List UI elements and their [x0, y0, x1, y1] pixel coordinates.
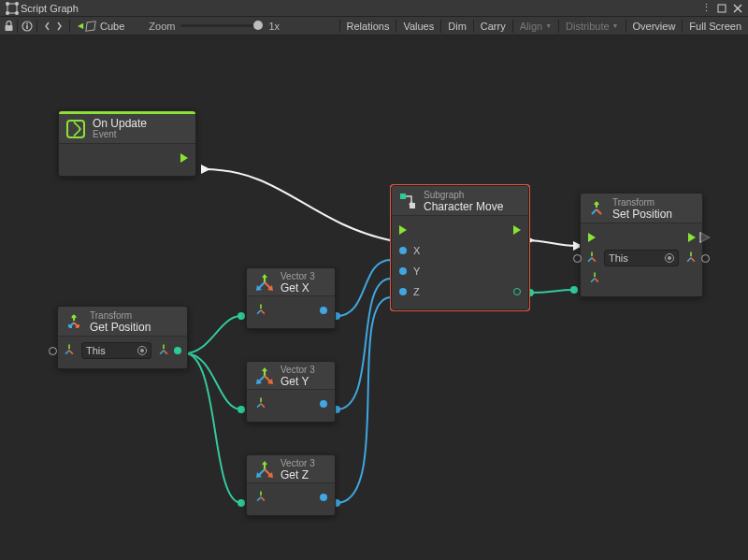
- maximize-icon[interactable]: [715, 2, 728, 15]
- svg-rect-8: [26, 25, 28, 29]
- vector3-icon: [254, 274, 275, 291]
- vector3-out-icon: [157, 343, 170, 358]
- float-out-port[interactable]: [320, 494, 327, 501]
- flow-in-port[interactable]: [399, 225, 407, 235]
- node-category: Transform: [612, 197, 672, 208]
- svg-marker-20: [262, 274, 267, 278]
- svg-rect-5: [5, 25, 12, 31]
- flow-out-port[interactable]: [688, 233, 696, 242]
- object-field-value: This: [86, 345, 106, 356]
- node-subgraph-character-move[interactable]: Subgraph Character Move X Y Z: [391, 185, 529, 310]
- float-out-port[interactable]: [320, 400, 327, 408]
- script-graph-icon: [4, 0, 21, 17]
- zoom-value: 1x: [268, 21, 280, 32]
- overview-button[interactable]: Overview: [626, 17, 683, 35]
- values-button[interactable]: Values: [396, 17, 440, 35]
- flow-in-port[interactable]: [588, 233, 596, 242]
- carry-button[interactable]: Carry: [474, 17, 512, 35]
- transform-mini-icon: [585, 251, 598, 266]
- breadcrumb-label: Cube: [100, 21, 124, 32]
- vector3-out-port[interactable]: [701, 254, 710, 263]
- kebab-menu-icon[interactable]: ⋮: [699, 2, 712, 15]
- svg-rect-29: [400, 194, 406, 199]
- node-subtitle: Event: [93, 129, 147, 140]
- node-get-position[interactable]: Transform Get Position This: [57, 306, 188, 369]
- node-category: Transform: [90, 310, 151, 322]
- close-icon[interactable]: [731, 2, 744, 15]
- distribute-button[interactable]: Distribute▼: [559, 17, 625, 35]
- align-button[interactable]: Align▼: [513, 17, 558, 35]
- svg-rect-4: [718, 5, 726, 12]
- svg-point-13: [237, 406, 245, 413]
- flow-out-port[interactable]: [180, 153, 188, 163]
- subgraph-icon: [399, 193, 416, 209]
- graph-view-toggle[interactable]: [37, 17, 69, 35]
- node-set-position[interactable]: Transform Set Position This: [580, 193, 703, 297]
- vector3-out-icon: [684, 251, 698, 266]
- vector3-out-port[interactable]: [174, 347, 181, 354]
- y-in-port[interactable]: [399, 267, 407, 275]
- transform-mini-icon: [63, 343, 76, 358]
- target-in-port[interactable]: [49, 347, 57, 355]
- vector3-in-icon: [254, 303, 267, 318]
- node-get-x[interactable]: Vector 3Get X: [246, 267, 336, 329]
- vector3-icon: [254, 367, 275, 384]
- svg-marker-9: [201, 165, 210, 174]
- transform-icon: [65, 313, 82, 330]
- z-in-port[interactable]: [399, 288, 407, 295]
- zoom-label: Zoom: [149, 21, 175, 32]
- target-in-port[interactable]: [573, 254, 582, 263]
- svg-point-7: [26, 22, 28, 24]
- object-field[interactable]: This: [604, 250, 679, 266]
- vector3-in-icon: [254, 490, 267, 505]
- window-title: Script Graph: [21, 3, 79, 14]
- zoom-slider[interactable]: [180, 24, 263, 27]
- svg-point-14: [237, 499, 245, 507]
- svg-marker-26: [262, 461, 267, 465]
- info-icon[interactable]: [18, 17, 36, 35]
- graph-canvas[interactable]: On Update Event Transform Get Position: [0, 36, 748, 560]
- toolbar: ◀ Cube Zoom 1x Relations Values Dim Carr…: [0, 17, 748, 36]
- node-title: Get Y: [280, 376, 315, 387]
- zoom-control: Zoom 1x: [149, 21, 280, 32]
- node-category: Vector 3: [280, 458, 315, 469]
- node-get-y[interactable]: Vector 3Get Y: [246, 361, 336, 423]
- flow-out-trigger-icon[interactable]: [701, 232, 710, 243]
- vector3-icon: [254, 461, 275, 478]
- transform-icon: [588, 200, 605, 217]
- cube-icon: [85, 21, 95, 32]
- svg-marker-23: [262, 367, 267, 371]
- node-category: Vector 3: [280, 271, 315, 282]
- svg-point-12: [237, 312, 245, 320]
- node-title: Character Move: [424, 201, 503, 212]
- fullscreen-button[interactable]: Full Screen: [683, 17, 748, 35]
- node-on-update[interactable]: On Update Event: [58, 110, 196, 177]
- x-in-port[interactable]: [399, 247, 407, 254]
- breadcrumb[interactable]: ◀ Cube: [70, 21, 132, 32]
- relations-button[interactable]: Relations: [340, 17, 396, 35]
- node-category: Vector 3: [280, 365, 315, 376]
- port-label-z: Z: [413, 286, 420, 297]
- dim-button[interactable]: Dim: [441, 17, 473, 35]
- lock-icon[interactable]: [0, 17, 17, 35]
- svg-point-16: [570, 286, 578, 294]
- vector3-out-port[interactable]: [513, 288, 521, 295]
- node-title: Set Position: [612, 208, 672, 220]
- port-label-x: X: [413, 245, 420, 256]
- node-get-z[interactable]: Vector 3Get Z: [246, 454, 336, 516]
- object-field[interactable]: This: [81, 342, 151, 359]
- node-title: Get Z: [280, 469, 315, 481]
- flow-out-port[interactable]: [513, 225, 521, 235]
- node-title: On Update: [93, 118, 147, 129]
- node-title: Get X: [280, 282, 315, 294]
- vector3-in-icon: [588, 271, 601, 286]
- port-label-y: Y: [413, 266, 420, 277]
- node-title: Get Position: [90, 322, 151, 333]
- object-field-value: This: [609, 252, 628, 264]
- float-out-port[interactable]: [320, 307, 327, 314]
- window-titlebar: Script Graph ⋮: [0, 0, 748, 17]
- event-icon: [66, 120, 85, 138]
- vector3-in-icon: [254, 396, 267, 411]
- node-category: Subgraph: [424, 190, 503, 201]
